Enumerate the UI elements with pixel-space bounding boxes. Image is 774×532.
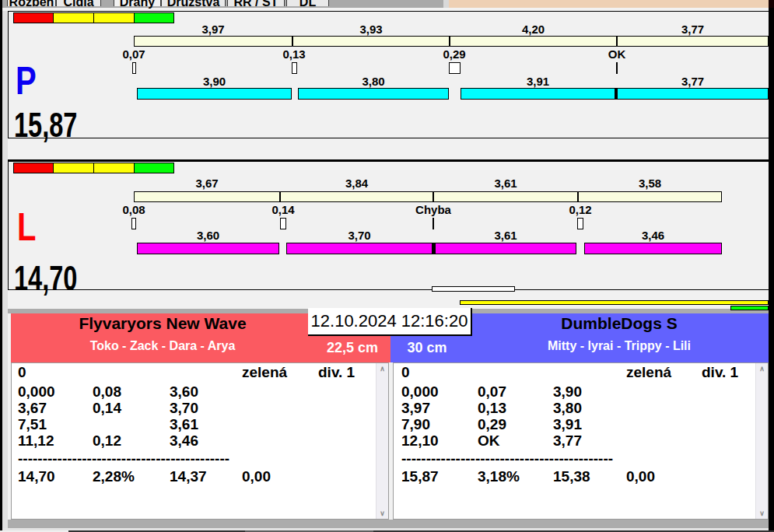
lane-L-tick-label: 0,14 bbox=[271, 203, 294, 216]
lane-P-time-label: 3,80 bbox=[362, 75, 384, 88]
tab-dru-stva[interactable]: Družstva bbox=[161, 0, 226, 6]
result-cell: 7,90 bbox=[401, 416, 430, 432]
results-table-right: 0zelenádiv. 10,0000,073,903,970,133,807,… bbox=[393, 362, 769, 520]
result-cell: 0,07 bbox=[478, 383, 506, 400]
lane-L-time-label: 3,61 bbox=[494, 229, 517, 242]
lane-P-tick-label: 0,13 bbox=[282, 47, 305, 61]
tab-label: Dráhy bbox=[114, 0, 160, 9]
scroll-up-icon[interactable]: ∧ bbox=[376, 365, 388, 373]
results-left-scrollbar[interactable]: ∧∨ bbox=[376, 363, 388, 519]
result-cell: 3,61 bbox=[170, 416, 198, 432]
datetime-box: 12.10.2024 12:16:20 bbox=[308, 308, 472, 336]
lane-P-time-label: 3,77 bbox=[681, 75, 704, 88]
lane-L-tick-mark bbox=[433, 218, 434, 229]
result-cell: zelená bbox=[242, 364, 287, 380]
result-cell: OK bbox=[478, 432, 500, 449]
lane-P-light-0 bbox=[13, 12, 54, 23]
lane-L-top-split-label: 3,61 bbox=[494, 177, 517, 190]
result-cell: 0 bbox=[18, 364, 26, 380]
tab-dr-hy[interactable]: Dráhy bbox=[114, 0, 161, 6]
result-cell: 0,12 bbox=[93, 432, 121, 449]
result-cell: div. 1 bbox=[318, 364, 355, 380]
result-cell: 3,90 bbox=[553, 383, 582, 400]
lane-P-top-split-label: 3,97 bbox=[201, 23, 224, 36]
lane-P-top-bar-divider bbox=[449, 36, 450, 47]
lane-P-tick-box bbox=[449, 62, 461, 74]
lane-L-letter: L bbox=[17, 210, 36, 244]
team-right-dogs: Mitty - lyrai - Trippy - Lili bbox=[548, 339, 691, 353]
result-cell: 0,08 bbox=[93, 383, 121, 400]
result-cell: 0,000 bbox=[401, 383, 439, 400]
lane-P-time-label: 3,91 bbox=[527, 75, 549, 88]
result-cell: 0,14 bbox=[93, 400, 121, 416]
lane-P-time-bar-segment bbox=[617, 88, 769, 100]
lane-P-time-bar-segment bbox=[137, 88, 292, 100]
lane-P-tick-box bbox=[292, 62, 297, 74]
lane-L-total-time: 14,70 bbox=[14, 263, 77, 294]
lane-L-tick-box bbox=[577, 218, 583, 229]
window-border-right bbox=[769, 8, 774, 530]
result-cell: 3,97 bbox=[401, 400, 430, 416]
lane-P-top-split-label: 4,20 bbox=[522, 23, 545, 36]
lane-L-tick-box bbox=[131, 218, 136, 229]
lane-P-tick-label: 0,07 bbox=[122, 47, 145, 61]
tab--idla[interactable]: Čidla bbox=[56, 0, 101, 6]
lane-L-time-label: 3,46 bbox=[642, 229, 664, 242]
lane-L-top-split-label: 3,67 bbox=[195, 177, 218, 190]
tab-label: DL bbox=[287, 0, 328, 9]
result-cell: 3,46 bbox=[170, 432, 198, 449]
lane-L-time-bar-segment bbox=[584, 243, 722, 254]
scroll-up-icon[interactable]: ∧ bbox=[756, 365, 768, 373]
lane-P-tick-box bbox=[132, 62, 136, 74]
result-sum-cell: 14,37 bbox=[170, 468, 207, 485]
result-sum-cell: 15,87 bbox=[401, 468, 439, 485]
indicator-box bbox=[432, 286, 515, 292]
background-window-strip bbox=[449, 0, 769, 8]
result-dash-line: ----------------------------------------… bbox=[18, 453, 229, 464]
lane-L-time-label: 3,70 bbox=[348, 229, 370, 242]
lane-L-tick-label: 0,08 bbox=[122, 203, 145, 216]
lane-P-tick-label: 0,29 bbox=[443, 47, 465, 61]
lane-P-time-bar-divider bbox=[615, 88, 618, 100]
result-cell: 12,10 bbox=[401, 432, 439, 449]
team-left-height: 22,5 cm bbox=[327, 340, 378, 356]
scroll-down-icon[interactable]: ∨ bbox=[376, 509, 388, 517]
scroll-down-icon[interactable]: ∨ bbox=[756, 509, 768, 517]
lane-P-light-1 bbox=[53, 12, 94, 23]
lane-P-split-bar-top bbox=[134, 36, 769, 47]
lane-P-panel bbox=[8, 11, 769, 138]
lane-L-tick-box bbox=[280, 218, 286, 229]
app-window: RozběhČidlaDráhyDružstvaRR / STDL 3,973,… bbox=[0, 0, 774, 532]
lane-P-top-bar-divider bbox=[616, 36, 618, 47]
lane-P-total-time: 15,87 bbox=[14, 110, 77, 141]
tab-label: Čidla bbox=[57, 0, 100, 9]
result-cell: zelená bbox=[626, 364, 671, 380]
result-cell: div. 1 bbox=[702, 364, 738, 380]
lane-L-top-bar-divider bbox=[577, 191, 579, 202]
datetime-text: 12.10.2024 12:16:20 bbox=[311, 311, 468, 331]
tab-label: Družstva bbox=[162, 0, 225, 9]
result-cell: 3,70 bbox=[170, 400, 198, 416]
results-right-scrollbar[interactable]: ∧∨ bbox=[755, 363, 768, 519]
lane-P-top-split-label: 3,93 bbox=[359, 23, 382, 36]
window-border-left-inner bbox=[2, 11, 8, 528]
tab-label: Rozběh bbox=[8, 0, 55, 9]
green-progress-bar bbox=[730, 306, 769, 310]
bottom-grey-strip bbox=[6, 520, 769, 528]
tab-dl[interactable]: DL bbox=[286, 0, 329, 6]
result-sum-cell: 2,28% bbox=[93, 468, 135, 485]
tab-rozb-h[interactable]: Rozběh bbox=[7, 0, 56, 6]
lane-L-tick-label: Chyba bbox=[415, 203, 451, 216]
lane-P-top-split-label: 3,77 bbox=[681, 23, 704, 36]
lane-L-light-3 bbox=[134, 163, 174, 173]
result-cell: 0 bbox=[401, 364, 410, 380]
tab-strip-divider bbox=[443, 0, 449, 8]
tab-rr-st[interactable]: RR / ST bbox=[227, 0, 285, 6]
lane-L-top-bar-divider bbox=[279, 191, 281, 202]
result-sum-cell: 3,18% bbox=[478, 468, 520, 485]
lane-P-tick-mark bbox=[616, 62, 618, 74]
result-cell: 0,29 bbox=[478, 416, 506, 432]
tab-label: RR / ST bbox=[228, 0, 284, 9]
lane-L-top-split-label: 3,58 bbox=[639, 177, 661, 190]
lane-L-light-1 bbox=[53, 163, 94, 173]
